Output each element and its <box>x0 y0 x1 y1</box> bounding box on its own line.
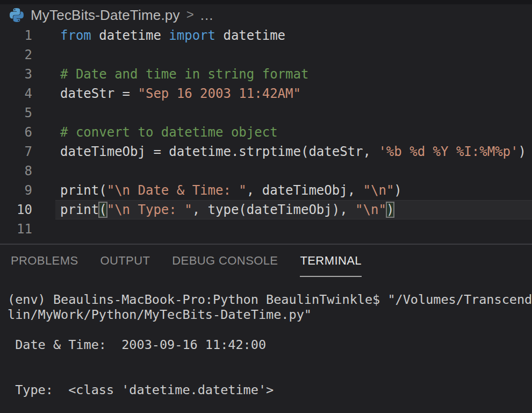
terminal-line: Date & Time: 2003-09-16 11:42:00 <box>8 337 532 352</box>
line-number[interactable]: 7 <box>0 144 55 159</box>
code-token: , type(dateTimeObj), <box>192 202 355 217</box>
line-number[interactable]: 10 <box>0 202 55 217</box>
tab-debug-console[interactable]: DEBUG CONSOLE <box>172 245 278 277</box>
line-number[interactable]: 9 <box>0 183 55 198</box>
code-line-8[interactable]: 8 <box>0 161 532 181</box>
code-token: ) <box>386 202 394 217</box>
code-content: # convert to datetime object <box>55 123 532 142</box>
code-token: ( <box>99 202 106 217</box>
code-token: , dateTimeObj, <box>247 183 363 198</box>
terminal-line: (env) Beaulins-MacBook-Pro:Python Beauli… <box>8 292 532 307</box>
code-token: dateStr = <box>60 86 138 101</box>
code-token: datetime <box>91 28 169 43</box>
python-file-icon <box>10 8 24 22</box>
code-token: # Date and time in string format <box>60 67 308 82</box>
code-line-9[interactable]: 9print("\n Date & Time: ", dateTimeObj, … <box>0 181 532 200</box>
terminal-line <box>8 352 532 367</box>
window-top-edge <box>0 0 532 4</box>
line-number[interactable]: 8 <box>0 163 55 179</box>
breadcrumb-filename[interactable]: MyTecBits-DateTime.py <box>31 7 180 24</box>
code-token: dateTimeObj = datetime.strptime(dateStr, <box>60 144 378 159</box>
line-number[interactable]: 4 <box>0 86 55 101</box>
breadcrumb: MyTecBits-DateTime.py > ... <box>0 4 532 26</box>
code-token: # convert to datetime object <box>60 125 278 140</box>
line-number[interactable]: 1 <box>0 28 55 43</box>
code-content <box>55 161 532 181</box>
code-token: "\n" <box>363 183 394 198</box>
code-token: print <box>60 202 99 217</box>
terminal-line: Type: <class 'datetime.datetime'> <box>8 382 532 397</box>
chevron-right-icon: > <box>186 7 194 22</box>
tab-problems[interactable]: PROBLEMS <box>11 245 78 277</box>
code-line-1[interactable]: 1from datetime import datetime <box>0 26 532 45</box>
code-token: "\n Date & Time: " <box>107 183 247 198</box>
terminal-rows: (env) Beaulins-MacBook-Pro:Python Beauli… <box>8 292 532 397</box>
code-line-5[interactable]: 5 <box>0 103 532 123</box>
code-line-4[interactable]: 4dateStr = "Sep 16 2003 11:42AM" <box>0 84 532 103</box>
code-editor[interactable]: 1from datetime import datetime23# Date a… <box>0 26 532 244</box>
code-content: # Date and time in string format <box>55 65 532 84</box>
code-token: "\n Type: " <box>107 202 192 217</box>
line-number[interactable]: 3 <box>0 67 55 82</box>
panel-tab-bar: PROBLEMSOUTPUTDEBUG CONSOLETERMINAL <box>0 245 532 277</box>
code-content <box>55 219 532 239</box>
code-token: from <box>60 28 91 43</box>
terminal-line: lin/MyWork/Python/MyTecBits-DateTime.py" <box>8 307 532 322</box>
code-content <box>55 45 532 65</box>
code-token: '%b %d %Y %I:%M%p' <box>378 144 518 159</box>
line-number[interactable]: 6 <box>0 125 55 140</box>
editor-lines: 1from datetime import datetime23# Date a… <box>0 26 532 239</box>
code-token: ) <box>519 144 526 159</box>
line-number[interactable]: 2 <box>0 47 55 62</box>
code-line-6[interactable]: 6# convert to datetime object <box>0 123 532 142</box>
code-content: dateTimeObj = datetime.strptime(dateStr,… <box>55 142 532 161</box>
tab-terminal[interactable]: TERMINAL <box>300 245 361 277</box>
code-content: print("\n Date & Time: ", dateTimeObj, "… <box>55 181 532 200</box>
code-content: from datetime import datetime <box>55 26 532 45</box>
code-token: datetime <box>215 28 285 43</box>
code-content: print("\n Type: ", type(dateTimeObj), "\… <box>55 200 532 219</box>
terminal-line <box>8 322 532 337</box>
terminal-line <box>8 367 532 382</box>
code-content: dateStr = "Sep 16 2003 11:42AM" <box>55 84 532 103</box>
line-number[interactable]: 5 <box>0 105 55 120</box>
code-token: import <box>169 28 215 43</box>
code-token: "\n" <box>355 202 386 217</box>
code-line-3[interactable]: 3# Date and time in string format <box>0 65 532 84</box>
code-token: "Sep 16 2003 11:42AM" <box>138 86 301 101</box>
code-content <box>55 103 532 123</box>
code-line-2[interactable]: 2 <box>0 45 532 65</box>
code-line-7[interactable]: 7dateTimeObj = datetime.strptime(dateStr… <box>0 142 532 161</box>
breadcrumb-symbol-ellipsis[interactable]: ... <box>200 7 214 24</box>
code-token: print( <box>60 183 107 198</box>
line-number[interactable]: 11 <box>0 222 55 237</box>
code-token: ) <box>394 183 401 198</box>
terminal-output[interactable]: (env) Beaulins-MacBook-Pro:Python Beauli… <box>0 277 532 397</box>
code-line-10[interactable]: 10print("\n Type: ", type(dateTimeObj), … <box>0 200 532 219</box>
tab-output[interactable]: OUTPUT <box>100 245 150 277</box>
code-line-11[interactable]: 11 <box>0 219 532 239</box>
